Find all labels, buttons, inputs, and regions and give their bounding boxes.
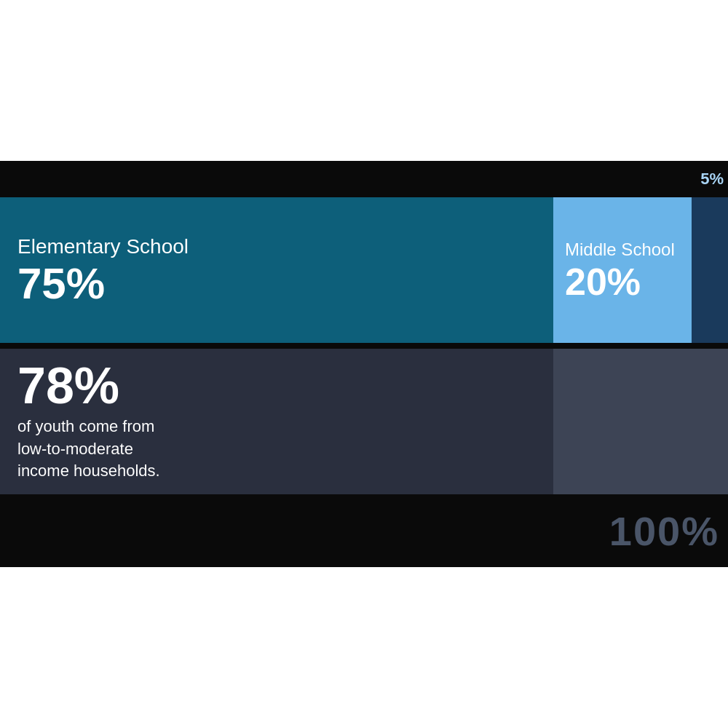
elementary-block: Elementary School 75%: [0, 197, 553, 343]
income-right-block: [553, 349, 728, 494]
income-description: of youth come from low-to-moderate incom…: [17, 416, 536, 483]
elementary-percentage: 75%: [17, 262, 536, 306]
chart-container: 5% Elementary School 75% Middle School 2…: [0, 161, 728, 567]
school-row: Elementary School 75% Middle School 20%: [0, 197, 728, 343]
hundred-percent-label: 100%: [609, 507, 719, 555]
middle-label: Middle School: [565, 240, 680, 261]
income-row: 78% of youth come from low-to-moderate i…: [0, 349, 728, 494]
elementary-label: Elementary School: [17, 234, 536, 259]
page-wrapper: 5% Elementary School 75% Middle School 2…: [0, 0, 728, 728]
income-percentage: 78%: [17, 360, 536, 411]
middle-percentage: 20%: [565, 263, 680, 301]
high-block: [692, 197, 728, 343]
divider-bar: [0, 343, 728, 349]
middle-block: Middle School 20%: [553, 197, 692, 343]
top-bar: 5%: [0, 161, 728, 197]
bottom-bar: 100%: [0, 494, 728, 567]
income-block: 78% of youth come from low-to-moderate i…: [0, 349, 553, 494]
five-percent-label: 5%: [700, 170, 724, 189]
